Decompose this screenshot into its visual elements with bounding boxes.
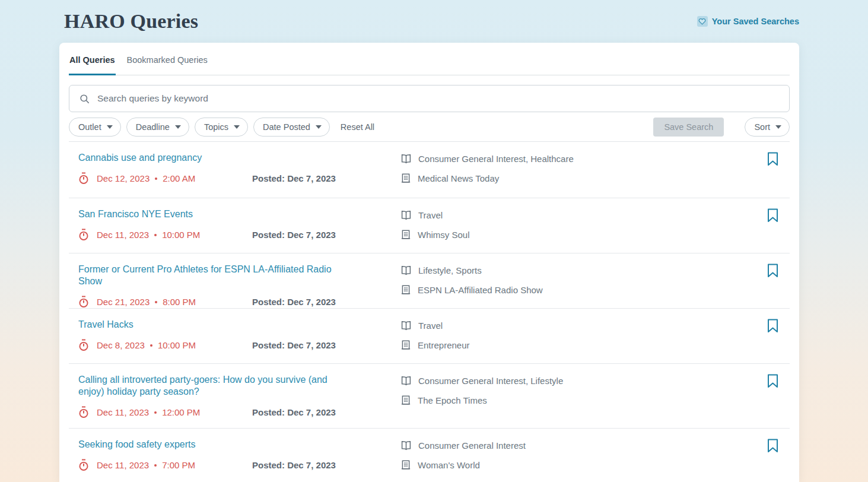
open-book-icon xyxy=(400,320,412,331)
stopwatch-icon xyxy=(78,172,89,185)
query-row: Cannabis use and pregnancy Dec 12, 2023 … xyxy=(69,142,790,198)
search-input[interactable] xyxy=(97,93,780,104)
outlet-label: ESPN LA-Affiliated Radio Show xyxy=(418,285,543,295)
deadline-time: 10:00 PM xyxy=(158,340,196,350)
categories: Consumer General Interest xyxy=(400,440,765,451)
bookmark-icon xyxy=(767,152,778,166)
outlet: The Epoch Times xyxy=(400,395,765,405)
deadline: Dec 8, 2023 10:00 PM xyxy=(78,339,252,351)
query-title-link[interactable]: Cannabis use and pregnancy xyxy=(78,152,202,164)
chevron-down-icon xyxy=(175,125,181,129)
tab-bookmarked-queries[interactable]: Bookmarked Queries xyxy=(126,43,208,75)
categories: Travel xyxy=(400,210,765,221)
bookmark-button[interactable] xyxy=(765,264,788,278)
query-list: Cannabis use and pregnancy Dec 12, 2023 … xyxy=(69,142,790,482)
posted-date: Posted: Dec 7, 2023 xyxy=(252,407,336,417)
building-icon xyxy=(400,284,411,295)
deadline-time: 10:00 PM xyxy=(162,230,200,240)
tab-all-queries[interactable]: All Queries xyxy=(69,43,116,75)
outlet-label: Whimsy Soul xyxy=(418,230,470,240)
categories: Lifestyle, Sports xyxy=(400,265,765,276)
deadline-time: 12:00 PM xyxy=(162,407,200,417)
deadline-date: Dec 21, 2023 xyxy=(97,297,150,307)
bookmark-icon xyxy=(767,208,778,223)
outlet-label: Entrepreneur xyxy=(418,340,470,350)
filter-date-posted[interactable]: Date Posted xyxy=(253,118,330,137)
open-book-icon xyxy=(400,153,412,164)
categories: Consumer General Interest, Healthcare xyxy=(400,153,765,164)
query-row: Calling all introverted party-goers: How… xyxy=(69,364,790,429)
bookmark-icon xyxy=(767,439,778,453)
tab-bar: All Queries Bookmarked Queries xyxy=(69,43,790,75)
deadline-time: 2:00 AM xyxy=(163,173,195,183)
categories-label: Consumer General Interest, Lifestyle xyxy=(418,376,563,386)
chevron-down-icon xyxy=(107,125,113,129)
deadline: Dec 12, 2023 2:00 AM xyxy=(78,172,252,185)
open-book-icon xyxy=(400,440,412,451)
deadline-date: Dec 11, 2023 xyxy=(97,460,149,470)
filter-row: Outlet Deadline Topics Date Posted Reset… xyxy=(69,118,790,142)
outlet-label: Medical News Today xyxy=(418,173,499,183)
categories-label: Travel xyxy=(418,210,443,220)
stopwatch-icon xyxy=(78,229,89,241)
bookmark-icon xyxy=(767,264,778,278)
reset-all-link[interactable]: Reset All xyxy=(341,122,374,132)
saved-searches-link[interactable]: Your Saved Searches xyxy=(697,16,799,27)
query-row: Former or Current Pro Athletes for ESPN … xyxy=(69,253,790,309)
deadline: Dec 11, 2023 10:00 PM xyxy=(78,229,252,241)
chevron-down-icon xyxy=(316,125,322,129)
open-book-icon xyxy=(400,210,412,221)
query-title-link[interactable]: Travel Hacks xyxy=(78,319,133,331)
chevron-down-icon xyxy=(775,125,781,129)
bookmark-button[interactable] xyxy=(765,208,788,223)
posted-date: Posted: Dec 7, 2023 xyxy=(252,230,336,240)
heart-icon xyxy=(697,16,708,27)
deadline-time: 7:00 PM xyxy=(162,460,195,470)
query-title-link[interactable]: Former or Current Pro Athletes for ESPN … xyxy=(78,264,352,287)
posted-date: Posted: Dec 7, 2023 xyxy=(252,173,336,183)
query-row: Seeking food safety experts Dec 11, 2023… xyxy=(69,429,790,482)
stopwatch-icon xyxy=(78,459,89,471)
categories-label: Consumer General Interest xyxy=(418,440,526,451)
filter-deadline[interactable]: Deadline xyxy=(126,118,189,137)
deadline-date: Dec 11, 2023 xyxy=(97,407,149,417)
posted-date: Posted: Dec 7, 2023 xyxy=(252,340,336,350)
open-book-icon xyxy=(400,375,412,386)
categories: Consumer General Interest, Lifestyle xyxy=(400,375,765,386)
search-icon xyxy=(79,93,90,104)
query-title-link[interactable]: Calling all introverted party-goers: How… xyxy=(78,374,352,398)
filter-actions: Save Search Sort xyxy=(653,118,790,137)
sort-button[interactable]: Sort xyxy=(745,118,790,137)
bookmark-button[interactable] xyxy=(765,374,788,388)
stopwatch-icon xyxy=(78,406,89,418)
outlet: Woman's World xyxy=(400,459,765,470)
categories: Travel xyxy=(400,320,765,331)
building-icon xyxy=(400,459,411,470)
saved-searches-label: Your Saved Searches xyxy=(712,17,799,26)
building-icon xyxy=(400,229,411,240)
bookmark-button[interactable] xyxy=(765,319,788,333)
outlet: ESPN LA-Affiliated Radio Show xyxy=(400,284,765,295)
stopwatch-icon xyxy=(78,296,89,308)
outlet: Entrepreneur xyxy=(400,340,765,350)
query-row: San Francisco NYE Events Dec 11, 2023 10… xyxy=(69,198,790,253)
outlet-label: Woman's World xyxy=(418,460,480,470)
stopwatch-icon xyxy=(78,339,89,351)
outlet: Whimsy Soul xyxy=(400,229,765,240)
bookmark-icon xyxy=(767,374,778,388)
filter-outlet[interactable]: Outlet xyxy=(69,118,121,137)
deadline-date: Dec 8, 2023 xyxy=(97,340,145,350)
deadline: Dec 11, 2023 7:00 PM xyxy=(78,459,252,471)
deadline: Dec 11, 2023 12:00 PM xyxy=(78,406,252,418)
query-title-link[interactable]: San Francisco NYE Events xyxy=(78,208,193,220)
posted-date: Posted: Dec 7, 2023 xyxy=(252,460,336,470)
posted-date: Posted: Dec 7, 2023 xyxy=(252,297,336,307)
filter-topics[interactable]: Topics xyxy=(195,118,248,137)
deadline-time: 8:00 PM xyxy=(163,297,196,307)
queries-card: All Queries Bookmarked Queries Outlet De… xyxy=(59,43,799,482)
bookmark-button[interactable] xyxy=(765,152,788,166)
bookmark-button[interactable] xyxy=(765,439,788,453)
save-search-button[interactable]: Save Search xyxy=(653,118,724,137)
page-title: HARO Queries xyxy=(64,10,198,33)
query-title-link[interactable]: Seeking food safety experts xyxy=(78,439,195,451)
